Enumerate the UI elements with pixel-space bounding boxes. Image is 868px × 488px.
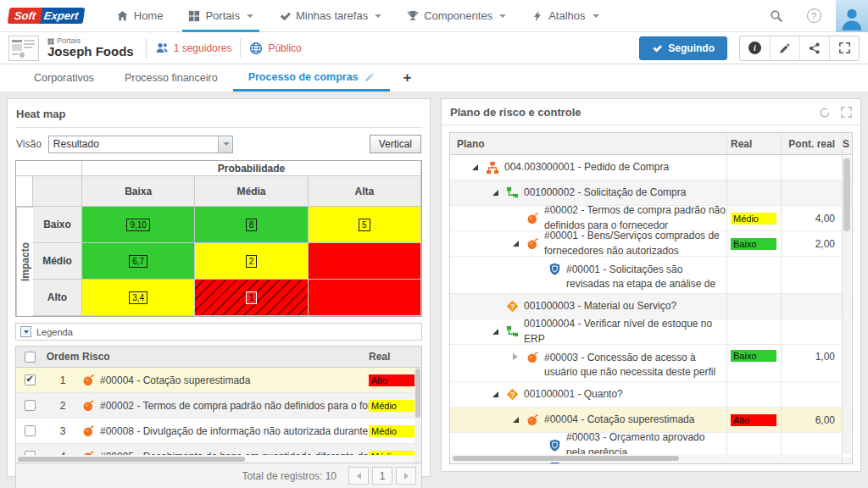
bomb-icon <box>526 351 539 363</box>
collapse-caret-icon[interactable] <box>492 329 498 335</box>
heatmap-cell[interactable]: 9,10 <box>82 207 195 243</box>
row-checkbox[interactable] <box>25 374 36 385</box>
col-header-pont-real[interactable]: Pont. real <box>781 133 842 154</box>
cell-value[interactable]: 2 <box>246 255 258 268</box>
heatmap-cell[interactable]: 5 <box>309 207 421 243</box>
table-row[interactable]: 1 #00004 - Cotação superestimada Alto <box>16 368 421 393</box>
cell-value[interactable]: 8 <box>246 219 258 231</box>
tree-item-label: 001000003 - Material ou Serviço? <box>524 299 676 313</box>
scrollbar-thumb[interactable] <box>415 369 420 418</box>
fullscreen-button[interactable] <box>829 36 859 60</box>
visibility-link[interactable]: Público <box>249 42 301 55</box>
heatmap-cell-selected[interactable]: 1 <box>195 280 308 316</box>
col-header-ordem[interactable]: Ordem <box>43 351 82 363</box>
next-page-button[interactable] <box>396 467 416 485</box>
vertical-scrollbar[interactable] <box>842 156 851 454</box>
home-icon <box>116 9 129 22</box>
divider <box>146 38 147 58</box>
col-header-real[interactable]: Real <box>726 133 781 154</box>
tree-row[interactable]: #00001 - Bens/Serviços comprados de forn… <box>450 231 852 257</box>
tab-processo-de-compras[interactable]: Processo de compras <box>233 64 390 92</box>
vertical-scrollbar[interactable] <box>415 368 421 463</box>
pont-real-cell: 1,00 <box>781 345 842 381</box>
followers-link[interactable]: 1 seguidores <box>155 42 232 55</box>
collapse-caret-icon[interactable] <box>472 164 478 170</box>
heatmap-matrix: Probabilidade Baixa Média Alta Impacto B… <box>15 160 422 317</box>
heatmap-cell[interactable]: 6,7 <box>82 243 195 280</box>
col-header-real[interactable]: Real <box>369 351 421 363</box>
heatmap-cell[interactable]: 2 <box>195 243 308 280</box>
nav-atalhos[interactable]: Atalhos <box>519 0 611 32</box>
status-badge: Alto <box>369 374 415 386</box>
legend-toggle[interactable]: Legenda <box>15 323 422 341</box>
table-footer: Total de registros: 10 1 <box>15 463 422 488</box>
tree-row[interactable]: 004.003000001 - Pedido de Compra <box>450 155 852 180</box>
tab-processo-financeiro[interactable]: Processo financeiro <box>109 64 233 92</box>
status-badge: Alto <box>731 414 776 426</box>
row-checkbox[interactable] <box>25 400 36 411</box>
edit-button[interactable] <box>770 36 799 60</box>
info-button[interactable]: i <box>740 36 770 60</box>
collapse-caret-icon[interactable] <box>492 190 498 196</box>
pont-real-cell: 6,00 <box>781 408 842 432</box>
nav-componentes[interactable]: Componentes <box>394 0 519 32</box>
tree-row[interactable]: #00002 - Termos de compra padrão não def… <box>450 206 852 231</box>
nav-minhas-tarefas[interactable]: Minhas tarefas <box>266 0 394 32</box>
tree-row[interactable]: 001000003 - Material ou Serviço? <box>450 294 852 319</box>
cell-value[interactable]: 6,7 <box>129 255 147 268</box>
current-page[interactable]: 1 <box>372 467 392 485</box>
heatmap-cell[interactable] <box>309 243 421 280</box>
col-header-plano[interactable]: Plano <box>450 138 726 150</box>
cell-value[interactable]: 9,10 <box>126 219 149 231</box>
help-button[interactable]: ? <box>798 0 829 32</box>
heatmap-cell[interactable]: 8 <box>195 207 308 243</box>
heatmap-cell[interactable]: 3,4 <box>82 280 195 316</box>
tab-corporativos[interactable]: Corporativos <box>19 64 109 92</box>
arrow-right-icon <box>404 473 409 480</box>
plan-table: Plano Real Pont. real S 004.003000001 - … <box>449 132 853 464</box>
nav-portais[interactable]: Portais <box>175 0 265 32</box>
expand-icon[interactable] <box>841 107 852 118</box>
cell-value[interactable]: 5 <box>359 219 370 231</box>
row-checkbox[interactable] <box>25 425 36 436</box>
collapse-caret-icon[interactable] <box>513 241 519 247</box>
tree-row[interactable]: 001000001 - Quanto? <box>450 382 852 408</box>
horizontal-scrollbar[interactable] <box>451 454 841 463</box>
portal-thumbnail[interactable] <box>8 36 39 61</box>
table-row[interactable]: 2 #00002 - Termos de compra padrão não d… <box>16 393 421 419</box>
cell-value[interactable]: 3,4 <box>129 291 147 304</box>
share-button[interactable] <box>799 36 829 60</box>
chevron-down-icon <box>247 14 253 18</box>
view-select[interactable]: Resultado <box>48 136 233 153</box>
collapse-caret-icon[interactable] <box>513 417 519 423</box>
tree-item-label: #00004 - Cotação superestimada <box>544 413 694 427</box>
table-row[interactable]: 3 #00008 - Divulgação de informação não … <box>16 419 421 444</box>
horizontal-scrollbar[interactable] <box>16 455 415 463</box>
heatmap-cell[interactable] <box>309 280 421 316</box>
user-avatar[interactable] <box>836 0 868 32</box>
expand-caret-icon[interactable] <box>513 353 518 360</box>
nav-home[interactable]: Home <box>103 0 176 32</box>
scrollbar-thumb[interactable] <box>843 158 850 231</box>
collapse-caret-icon[interactable] <box>492 391 498 397</box>
select-all-checkbox[interactable] <box>25 352 36 363</box>
tree-row[interactable]: 001000002 - Solicitação de Compra <box>450 180 852 206</box>
prev-page-button[interactable] <box>348 467 369 485</box>
pont-real-cell: 2,00 <box>781 231 842 256</box>
tree-row[interactable]: #00001 - Solicitações são revisadas na e… <box>450 257 852 294</box>
softexpert-logo[interactable]: Soft Expert <box>8 8 85 24</box>
cell-value[interactable]: 1 <box>246 291 258 304</box>
search-button[interactable] <box>761 0 792 32</box>
scrollbar-thumb[interactable] <box>453 456 679 461</box>
col-header-risco[interactable]: Risco <box>82 351 369 363</box>
follow-button[interactable]: Seguindo <box>639 36 727 60</box>
add-tab-button[interactable]: + <box>390 64 426 92</box>
scrollbar-thumb[interactable] <box>18 457 245 462</box>
col-header-clipped[interactable]: S <box>842 133 852 154</box>
tree-row[interactable]: #00003 - Concessão de acesso à usuário q… <box>450 345 852 382</box>
tree-row-selected[interactable]: #00004 - Cotação superestimada Alto 6,00 <box>450 408 852 433</box>
info-icon: i <box>748 42 761 54</box>
vertical-button[interactable]: Vertical <box>370 135 421 153</box>
tree-row[interactable]: 001000004 - Verificar nível de estoque n… <box>450 319 852 345</box>
refresh-icon[interactable] <box>819 107 831 119</box>
